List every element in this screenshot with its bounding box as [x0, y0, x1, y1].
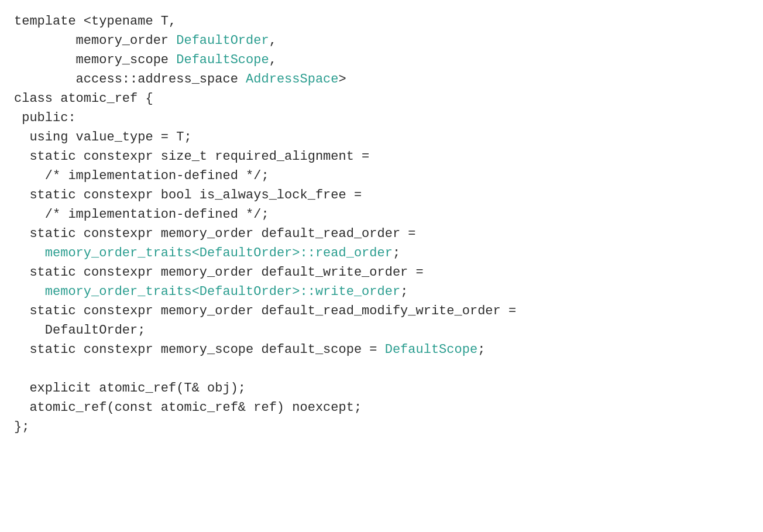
code-line: memory_order_traits<DefaultOrder>::read_…	[14, 243, 749, 263]
code-token: ,	[269, 53, 277, 67]
code-line: /* implementation-defined */;	[14, 166, 749, 186]
code-line: access::address_space AddressSpace>	[14, 70, 749, 89]
code-line: memory_order_traits<DefaultOrder>::write…	[14, 282, 749, 301]
code-line	[14, 359, 749, 379]
code-line: static constexpr memory_scope default_sc…	[14, 340, 749, 359]
code-line: class atomic_ref {	[14, 89, 749, 108]
code-token: static constexpr size_t required_alignme…	[14, 149, 369, 164]
code-token: template <typename T,	[14, 14, 176, 29]
code-token: memory_scope	[14, 53, 176, 67]
code-token: explicit atomic_ref(T& obj);	[14, 381, 246, 396]
code-token: static constexpr memory_order default_re…	[14, 226, 416, 241]
code-token: memory_order_traits<DefaultOrder>::read_…	[45, 246, 393, 260]
code-token: static constexpr memory_order default_wr…	[14, 265, 424, 280]
code-token: using value_type = T;	[14, 130, 192, 145]
code-token: ,	[269, 33, 277, 48]
code-line: static constexpr size_t required_alignme…	[14, 147, 749, 166]
code-token: atomic_ref(const atomic_ref& ref) noexce…	[14, 400, 362, 415]
code-token: memory_order	[14, 33, 176, 48]
code-token: memory_order_traits<DefaultOrder>::write…	[45, 284, 400, 299]
code-line: };	[14, 417, 749, 437]
code-line: memory_order DefaultOrder,	[14, 31, 749, 50]
code-line: public:	[14, 108, 749, 128]
code-token: /* implementation-defined */;	[14, 207, 269, 222]
code-line: static constexpr memory_order default_wr…	[14, 263, 749, 282]
code-token: /* implementation-defined */;	[14, 169, 269, 183]
code-line: static constexpr memory_order default_re…	[14, 224, 749, 243]
code-token: static constexpr memory_scope default_sc…	[14, 342, 385, 357]
code-line: /* implementation-defined */;	[14, 205, 749, 224]
code-token: ;	[477, 342, 485, 357]
code-container: template <typename T, memory_order Defau…	[14, 12, 749, 437]
code-line: template <typename T,	[14, 12, 749, 31]
code-line: using value_type = T;	[14, 128, 749, 147]
code-token: >	[339, 72, 346, 87]
code-line: static constexpr memory_order default_re…	[14, 301, 749, 321]
code-token: static constexpr memory_order default_re…	[14, 304, 516, 318]
code-line: DefaultOrder;	[14, 321, 749, 340]
code-token	[14, 284, 45, 299]
code-line: atomic_ref(const atomic_ref& ref) noexce…	[14, 398, 749, 417]
code-token: static constexpr bool is_always_lock_fre…	[14, 188, 362, 202]
code-token: DefaultScope	[385, 342, 477, 357]
code-token: ;	[400, 284, 408, 299]
code-token: DefaultOrder	[176, 33, 269, 48]
code-line: static constexpr bool is_always_lock_fre…	[14, 186, 749, 205]
code-token: class atomic_ref {	[14, 91, 153, 106]
code-token	[14, 246, 45, 260]
code-token: access::address_space	[14, 72, 246, 87]
code-line: memory_scope DefaultScope,	[14, 50, 749, 70]
code-line: explicit atomic_ref(T& obj);	[14, 379, 749, 398]
code-token: ;	[393, 246, 400, 260]
code-token: };	[14, 420, 29, 434]
code-token: DefaultOrder;	[14, 323, 145, 338]
code-token: public:	[14, 111, 76, 125]
code-token: AddressSpace	[246, 72, 338, 87]
code-token: DefaultScope	[176, 53, 269, 67]
